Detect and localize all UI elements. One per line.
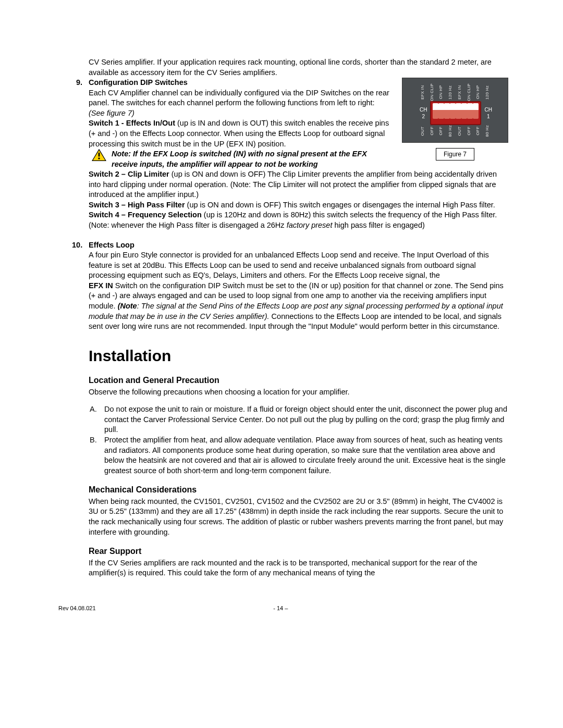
note-text-block: Note: If the EFX Loop is switched (IN) w… xyxy=(112,149,393,169)
switch4-label: Switch 4 – Frequency Selection xyxy=(89,211,202,219)
precaution-a: A. Do not expose the unit to rain or moi… xyxy=(57,404,508,435)
section-10: 10. Effects Loop A four pin Euro Style c… xyxy=(57,240,508,332)
dip-switch-5 xyxy=(456,103,461,119)
letter-b: B. xyxy=(90,435,97,446)
mech-text: When being rack mounted, the CV1501, CV2… xyxy=(89,497,508,537)
section-8-tail: CV Series amplifier. If your application… xyxy=(57,57,508,78)
dip-switch-4 xyxy=(450,103,456,119)
dip-switch-3 xyxy=(444,103,450,119)
dip-switch-panel: EFX IN ON CLIP ON HP 120 Hz EFX IN ON CL… xyxy=(402,78,508,143)
sec9-p1: Each CV Amplifier channel can be individ… xyxy=(89,89,389,107)
intro-text: CV Series amplifier. If your application… xyxy=(89,58,492,77)
section-9: EFX IN ON CLIP ON HP 120 Hz EFX IN ON CL… xyxy=(57,78,508,230)
svg-rect-1 xyxy=(99,153,100,157)
switch4-text-b: factory preset xyxy=(287,221,333,229)
rear-text: If the CV Series amplifiers are rack mou… xyxy=(89,558,508,578)
letter-a: A. xyxy=(90,404,97,415)
dip-bottom-labels: OUT OFF OFF 80 Hz OUT OFF OFF 80 Hz xyxy=(420,125,491,137)
dip-strip xyxy=(430,101,481,125)
mech-section: Mechanical Considerations When being rac… xyxy=(57,484,508,578)
dip-switch-2 xyxy=(438,103,444,119)
switch3-label: Switch 3 – High Pass Filter xyxy=(89,201,185,209)
location-intro: Observe the following precautions when c… xyxy=(89,387,508,398)
switch4-text-c: high pass filter is engaged) xyxy=(335,221,425,229)
location-heading: Location and General Precaution xyxy=(89,375,508,386)
ch2-label: CH 2 xyxy=(420,106,427,120)
dip-switch-6 xyxy=(461,103,467,119)
sec9-p1-ital: (See figure 7) xyxy=(89,109,134,117)
dip-top-labels: EFX IN ON CLIP ON HP 120 Hz EFX IN ON CL… xyxy=(420,83,491,101)
dip-strip-row: CH 2 CH 1 xyxy=(420,101,491,125)
note-text: If the EFX Loop is switched (IN) with no… xyxy=(112,150,367,168)
figure-caption-box: Figure 7 xyxy=(402,148,508,161)
dip-switch-1 xyxy=(433,103,438,119)
figure-7: EFX IN ON CLIP ON HP 120 Hz EFX IN ON CL… xyxy=(402,78,508,161)
item-9-number: 9. xyxy=(76,78,82,88)
sec10-note-b: (Note xyxy=(118,302,137,310)
precaution-b: B. Protect the amplifier from heat, and … xyxy=(57,435,508,476)
note-label: Note: xyxy=(112,150,131,158)
rear-heading: Rear Support xyxy=(89,546,508,557)
switch3-text: (up is ON and down is OFF) This switch e… xyxy=(187,201,495,209)
switch1-label: Switch 1 - Effects In/Out xyxy=(89,119,175,127)
note-row: Note: If the EFX Loop is switched (IN) w… xyxy=(89,149,393,169)
installation-heading: Installation xyxy=(89,346,508,367)
dip-switch-8 xyxy=(473,103,479,119)
item-10-title: Effects Loop xyxy=(89,241,134,249)
mech-heading: Mechanical Considerations xyxy=(89,484,508,496)
dip-switch-7 xyxy=(467,103,473,119)
ch1-label: CH 1 xyxy=(484,106,492,120)
page-footer: Rev 04.08.021 - 14 – xyxy=(57,604,508,612)
efx-in-label: EFX IN xyxy=(89,281,113,290)
installation-section: Installation Location and General Precau… xyxy=(57,346,508,398)
figure-caption: Figure 7 xyxy=(436,148,474,161)
switch2-label: Switch 2 – Clip Limiter xyxy=(89,170,169,178)
sec10-p1: A four pin Euro Style connector is provi… xyxy=(89,251,489,279)
footer-page: - 14 – xyxy=(54,604,507,612)
item-9-title: Configuration DIP Switches xyxy=(89,78,188,87)
svg-point-2 xyxy=(98,157,100,159)
item-10-number: 10. xyxy=(72,240,82,251)
precaution-a-text: Do not expose the unit to rain or moistu… xyxy=(104,405,507,434)
precaution-b-text: Protect the amplifier from heat, and all… xyxy=(104,436,506,475)
warning-icon xyxy=(92,149,106,162)
